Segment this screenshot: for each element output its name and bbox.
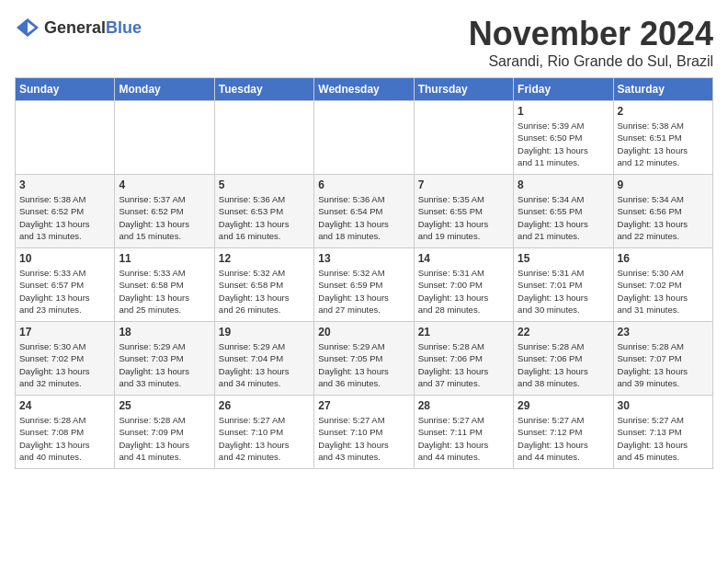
calendar-cell: 5Sunrise: 5:36 AM Sunset: 6:53 PM Daylig…	[214, 175, 313, 248]
day-number: 7	[418, 178, 509, 191]
weekday-header-thursday: Thursday	[414, 78, 513, 101]
calendar-cell: 17Sunrise: 5:30 AM Sunset: 7:02 PM Dayli…	[16, 322, 115, 396]
calendar-cell: 29Sunrise: 5:27 AM Sunset: 7:12 PM Dayli…	[514, 396, 613, 469]
weekday-header-sunday: Sunday	[16, 78, 115, 101]
day-info: Sunrise: 5:29 AM Sunset: 7:03 PM Dayligh…	[119, 340, 210, 389]
calendar-cell: 10Sunrise: 5:33 AM Sunset: 6:57 PM Dayli…	[16, 248, 115, 322]
day-info: Sunrise: 5:27 AM Sunset: 7:11 PM Dayligh…	[418, 414, 509, 463]
calendar-cell: 26Sunrise: 5:27 AM Sunset: 7:10 PM Dayli…	[214, 396, 313, 469]
title-block: November 2024 Sarandi, Rio Grande do Sul…	[469, 15, 713, 70]
day-info: Sunrise: 5:28 AM Sunset: 7:07 PM Dayligh…	[618, 340, 709, 389]
day-info: Sunrise: 5:29 AM Sunset: 7:04 PM Dayligh…	[219, 340, 310, 389]
day-info: Sunrise: 5:32 AM Sunset: 6:58 PM Dayligh…	[219, 267, 310, 316]
day-info: Sunrise: 5:34 AM Sunset: 6:56 PM Dayligh…	[618, 193, 709, 242]
day-info: Sunrise: 5:32 AM Sunset: 6:59 PM Dayligh…	[318, 267, 409, 316]
day-info: Sunrise: 5:29 AM Sunset: 7:05 PM Dayligh…	[318, 340, 409, 389]
day-info: Sunrise: 5:27 AM Sunset: 7:10 PM Dayligh…	[219, 414, 310, 463]
calendar-cell: 9Sunrise: 5:34 AM Sunset: 6:56 PM Daylig…	[613, 175, 712, 248]
calendar-cell	[314, 101, 414, 175]
day-info: Sunrise: 5:35 AM Sunset: 6:55 PM Dayligh…	[418, 193, 509, 242]
day-info: Sunrise: 5:33 AM Sunset: 6:58 PM Dayligh…	[119, 267, 210, 316]
calendar-week-1: 3Sunrise: 5:38 AM Sunset: 6:52 PM Daylig…	[16, 175, 713, 248]
calendar-cell: 12Sunrise: 5:32 AM Sunset: 6:58 PM Dayli…	[214, 248, 313, 322]
day-number: 20	[318, 326, 409, 339]
day-info: Sunrise: 5:37 AM Sunset: 6:52 PM Dayligh…	[119, 193, 210, 242]
day-info: Sunrise: 5:27 AM Sunset: 7:10 PM Dayligh…	[318, 414, 409, 463]
day-number: 17	[19, 326, 110, 339]
day-number: 10	[19, 252, 110, 265]
day-number: 5	[219, 178, 310, 191]
calendar-cell: 22Sunrise: 5:28 AM Sunset: 7:06 PM Dayli…	[514, 322, 613, 396]
calendar-cell: 3Sunrise: 5:38 AM Sunset: 6:52 PM Daylig…	[16, 175, 115, 248]
day-info: Sunrise: 5:28 AM Sunset: 7:06 PM Dayligh…	[418, 340, 509, 389]
calendar-week-4: 24Sunrise: 5:28 AM Sunset: 7:08 PM Dayli…	[16, 396, 713, 469]
calendar-cell: 19Sunrise: 5:29 AM Sunset: 7:04 PM Dayli…	[214, 322, 313, 396]
day-number: 13	[318, 252, 409, 265]
weekday-header-monday: Monday	[115, 78, 214, 101]
calendar-week-3: 17Sunrise: 5:30 AM Sunset: 7:02 PM Dayli…	[16, 322, 713, 396]
day-number: 27	[318, 399, 409, 412]
calendar-cell: 18Sunrise: 5:29 AM Sunset: 7:03 PM Dayli…	[115, 322, 214, 396]
day-info: Sunrise: 5:34 AM Sunset: 6:55 PM Dayligh…	[518, 193, 609, 242]
calendar-cell: 30Sunrise: 5:27 AM Sunset: 7:13 PM Dayli…	[613, 396, 712, 469]
weekday-header-wednesday: Wednesday	[314, 78, 414, 101]
header: GeneralBlue November 2024 Sarandi, Rio G…	[15, 15, 713, 70]
calendar-cell: 21Sunrise: 5:28 AM Sunset: 7:06 PM Dayli…	[414, 322, 513, 396]
calendar-cell: 27Sunrise: 5:27 AM Sunset: 7:10 PM Dayli…	[314, 396, 414, 469]
day-number: 25	[119, 399, 210, 412]
calendar-cell: 7Sunrise: 5:35 AM Sunset: 6:55 PM Daylig…	[414, 175, 513, 248]
weekday-header-row: SundayMondayTuesdayWednesdayThursdayFrid…	[16, 78, 713, 101]
calendar-cell	[214, 101, 313, 175]
day-number: 11	[119, 252, 210, 265]
calendar-week-2: 10Sunrise: 5:33 AM Sunset: 6:57 PM Dayli…	[16, 248, 713, 322]
month-title: November 2024	[469, 15, 713, 53]
logo-icon	[15, 15, 40, 40]
day-number: 24	[19, 399, 110, 412]
calendar-cell	[16, 101, 115, 175]
calendar-cell: 1Sunrise: 5:39 AM Sunset: 6:50 PM Daylig…	[514, 101, 613, 175]
day-number: 21	[418, 326, 509, 339]
day-info: Sunrise: 5:39 AM Sunset: 6:50 PM Dayligh…	[518, 120, 609, 168]
logo: GeneralBlue	[15, 15, 142, 40]
day-info: Sunrise: 5:33 AM Sunset: 6:57 PM Dayligh…	[19, 267, 110, 316]
calendar-cell: 2Sunrise: 5:38 AM Sunset: 6:51 PM Daylig…	[613, 101, 712, 175]
calendar-cell: 15Sunrise: 5:31 AM Sunset: 7:01 PM Dayli…	[514, 248, 613, 322]
day-info: Sunrise: 5:31 AM Sunset: 7:00 PM Dayligh…	[418, 267, 509, 316]
logo-general: General	[44, 18, 106, 37]
calendar-week-0: 1Sunrise: 5:39 AM Sunset: 6:50 PM Daylig…	[16, 101, 713, 175]
calendar-cell	[115, 101, 214, 175]
calendar-cell: 8Sunrise: 5:34 AM Sunset: 6:55 PM Daylig…	[514, 175, 613, 248]
day-number: 9	[618, 178, 709, 191]
day-number: 1	[518, 105, 609, 118]
calendar-cell: 20Sunrise: 5:29 AM Sunset: 7:05 PM Dayli…	[314, 322, 414, 396]
day-number: 16	[618, 252, 709, 265]
day-number: 28	[418, 399, 509, 412]
day-info: Sunrise: 5:36 AM Sunset: 6:54 PM Dayligh…	[318, 193, 409, 242]
logo-blue: Blue	[106, 18, 142, 37]
day-number: 26	[219, 399, 310, 412]
calendar-cell	[414, 101, 513, 175]
calendar-cell: 16Sunrise: 5:30 AM Sunset: 7:02 PM Dayli…	[613, 248, 712, 322]
day-number: 2	[618, 105, 709, 118]
calendar-cell: 23Sunrise: 5:28 AM Sunset: 7:07 PM Dayli…	[613, 322, 712, 396]
day-number: 19	[219, 326, 310, 339]
day-number: 15	[518, 252, 609, 265]
location-title: Sarandi, Rio Grande do Sul, Brazil	[469, 53, 713, 70]
calendar-cell: 28Sunrise: 5:27 AM Sunset: 7:11 PM Dayli…	[414, 396, 513, 469]
day-info: Sunrise: 5:38 AM Sunset: 6:52 PM Dayligh…	[19, 193, 110, 242]
calendar-cell: 4Sunrise: 5:37 AM Sunset: 6:52 PM Daylig…	[115, 175, 214, 248]
day-number: 30	[618, 399, 709, 412]
day-info: Sunrise: 5:30 AM Sunset: 7:02 PM Dayligh…	[19, 340, 110, 389]
calendar-cell: 14Sunrise: 5:31 AM Sunset: 7:00 PM Dayli…	[414, 248, 513, 322]
day-info: Sunrise: 5:36 AM Sunset: 6:53 PM Dayligh…	[219, 193, 310, 242]
day-number: 12	[219, 252, 310, 265]
weekday-header-saturday: Saturday	[613, 78, 712, 101]
day-number: 4	[119, 178, 210, 191]
day-number: 8	[518, 178, 609, 191]
day-info: Sunrise: 5:27 AM Sunset: 7:13 PM Dayligh…	[618, 414, 709, 463]
day-info: Sunrise: 5:28 AM Sunset: 7:08 PM Dayligh…	[19, 414, 110, 463]
day-info: Sunrise: 5:31 AM Sunset: 7:01 PM Dayligh…	[518, 267, 609, 316]
day-info: Sunrise: 5:38 AM Sunset: 6:51 PM Dayligh…	[618, 120, 709, 168]
day-info: Sunrise: 5:27 AM Sunset: 7:12 PM Dayligh…	[518, 414, 609, 463]
calendar-cell: 24Sunrise: 5:28 AM Sunset: 7:08 PM Dayli…	[16, 396, 115, 469]
